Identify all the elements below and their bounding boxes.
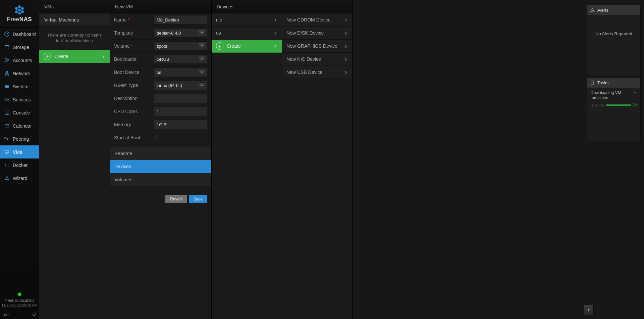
- nav-label: Storage: [13, 45, 29, 50]
- nav-vms[interactable]: VMs: [0, 145, 39, 158]
- bootloader-label: Bootloader: [114, 56, 154, 62]
- svg-rect-13: [8, 74, 9, 75]
- svg-point-3: [18, 9, 21, 11]
- memory-label: Memory: [114, 122, 154, 127]
- chevron-right-icon: [344, 70, 348, 74]
- volume-label: Volume*: [114, 43, 154, 49]
- dropdown-icon: [199, 82, 205, 88]
- newdev-label: New CDROM Device: [286, 17, 330, 22]
- nav-services[interactable]: Services: [0, 93, 39, 106]
- terminal-icon: [3, 109, 10, 116]
- col-newvm: New VM Name* Template debian-8.4.0 Volum…: [110, 0, 211, 319]
- field-bootdevice: Boot Device os: [110, 66, 211, 79]
- task-progress-bar: [606, 104, 631, 106]
- startboot-checkbox[interactable]: [154, 135, 159, 140]
- field-cpu: CPU Cores: [110, 105, 211, 118]
- col-vms: VMs Virtual Machines There are currently…: [39, 0, 110, 319]
- vms-empty-msg: There are currently no items in Virtual …: [39, 27, 110, 50]
- col-newvm-header: New VM: [110, 0, 211, 13]
- power-icon[interactable]: [32, 312, 36, 317]
- newdev-usb[interactable]: New USB Device: [282, 66, 352, 79]
- nav-calendar[interactable]: Calendar: [0, 119, 39, 132]
- svg-rect-18: [5, 111, 9, 114]
- newdev-label: New NIC Device: [286, 56, 321, 62]
- save-button[interactable]: Save: [189, 195, 207, 203]
- vms-create-button[interactable]: + Create: [39, 50, 110, 63]
- svg-rect-19: [5, 124, 9, 128]
- newdev-graphics[interactable]: New GRAPHICS Device: [282, 40, 352, 53]
- template-value: debian-8.4.0: [157, 31, 181, 36]
- task-row[interactable]: Downloading VM templates 00:48:09: [587, 88, 640, 110]
- startboot-label: Start at Boot: [114, 135, 154, 140]
- nav-network[interactable]: Network: [0, 67, 39, 80]
- nav-accounts[interactable]: Accounts: [0, 54, 39, 67]
- guesttype-label: Guest Type: [114, 83, 154, 88]
- bootloader-value: GRUB: [157, 57, 169, 62]
- newdev-nic[interactable]: New NIC Device: [282, 53, 352, 66]
- brand-text: FreeNAS: [7, 16, 32, 23]
- chevron-right-icon: [344, 57, 348, 61]
- chevron-right-icon: [273, 18, 277, 22]
- bootloader-select[interactable]: GRUB: [154, 54, 207, 64]
- nav-wizard[interactable]: Wizard: [0, 172, 39, 185]
- check-circle-icon: [633, 102, 637, 108]
- chevron-right-icon: [344, 18, 348, 22]
- nav-dashboard[interactable]: Dashboard: [0, 28, 39, 41]
- nav-storage[interactable]: Storage: [0, 41, 39, 54]
- newdev-cdrom[interactable]: New CDROM Device: [282, 13, 352, 27]
- alerts-header[interactable]: Alerts: [587, 5, 640, 15]
- field-bootloader: Bootloader GRUB: [110, 53, 211, 66]
- newvm-nav-devices[interactable]: Devices: [110, 160, 211, 173]
- svg-point-24: [6, 166, 7, 167]
- alerts-panel: Alerts No Alerts Reported: [587, 5, 641, 75]
- volume-select[interactable]: zpool: [154, 41, 207, 51]
- device-nic[interactable]: nic: [212, 13, 282, 27]
- guesttype-select[interactable]: Linux (64-bit): [154, 81, 207, 90]
- expand-button[interactable]: [584, 305, 594, 315]
- cpu-label: CPU Cores: [114, 109, 154, 114]
- name-label: Name*: [114, 17, 154, 22]
- bootdevice-label: Boot Device: [114, 70, 154, 75]
- nav-console[interactable]: Console: [0, 106, 39, 119]
- nav-label: Docker: [13, 163, 28, 168]
- nav-peering[interactable]: Peering: [0, 132, 39, 145]
- nav-label: Calendar: [13, 123, 32, 129]
- svg-point-15: [7, 86, 8, 87]
- description-input[interactable]: [154, 94, 207, 103]
- field-startboot: Start at Boot: [110, 131, 211, 144]
- volumes-label: Volumes: [114, 177, 132, 182]
- alert-icon: [590, 8, 595, 12]
- newdev-disk[interactable]: New DISK Device: [282, 27, 352, 40]
- svg-point-16: [6, 87, 7, 88]
- gear-icon: [3, 96, 10, 103]
- nav-docker[interactable]: Docker: [0, 158, 39, 172]
- tasks-title: Tasks: [597, 80, 608, 85]
- svg-point-14: [5, 85, 6, 86]
- svg-rect-11: [6, 72, 7, 73]
- newvm-nav-volumes[interactable]: Volumes: [110, 173, 211, 186]
- svg-point-4: [15, 10, 18, 13]
- svg-point-17: [6, 99, 7, 100]
- newdev-label: New USB Device: [286, 70, 322, 75]
- datetime-label: 11/28/16 12:49:10 AM: [1, 303, 38, 307]
- tasks-panel: Tasks Downloading VM templates 00:48:09: [587, 77, 641, 141]
- template-label: Template: [114, 30, 154, 36]
- memory-input[interactable]: [154, 120, 207, 129]
- tasks-header[interactable]: Tasks: [587, 78, 640, 88]
- revert-button[interactable]: Revert: [165, 195, 186, 203]
- template-select[interactable]: debian-8.4.0: [154, 28, 207, 38]
- chevron-down-icon: [633, 90, 637, 94]
- cpu-input[interactable]: [154, 107, 207, 116]
- wizard-icon: [3, 175, 10, 182]
- nav-system[interactable]: System: [0, 80, 39, 93]
- description-label: Description: [114, 96, 154, 101]
- dropdown-icon: [199, 30, 205, 36]
- svg-point-5: [21, 10, 24, 13]
- name-input[interactable]: [154, 15, 207, 25]
- newvm-nav-readme[interactable]: Readme: [110, 147, 211, 160]
- device-os[interactable]: os: [212, 27, 282, 40]
- devices-create-button[interactable]: + Create: [212, 40, 282, 53]
- bootdevice-select[interactable]: os: [154, 67, 207, 77]
- col-devices: Devices nic os + Create: [211, 0, 282, 319]
- col-newdevice-header: [282, 0, 352, 13]
